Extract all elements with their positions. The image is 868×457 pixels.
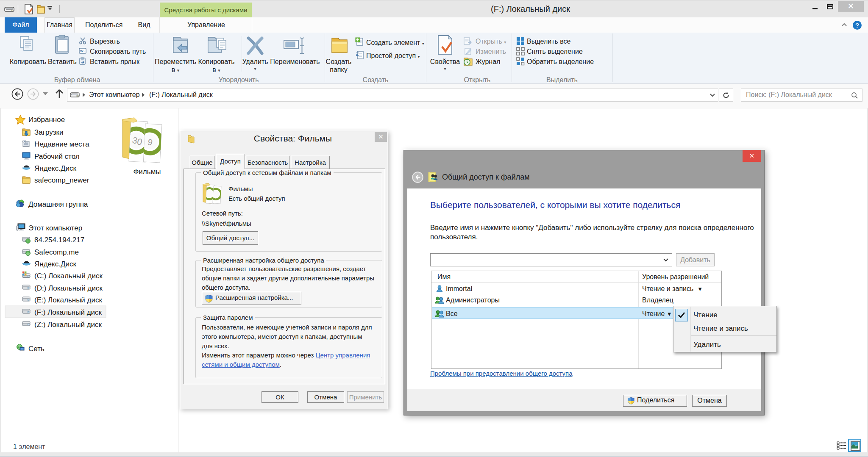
- svg-text:W..: W..: [80, 49, 85, 53]
